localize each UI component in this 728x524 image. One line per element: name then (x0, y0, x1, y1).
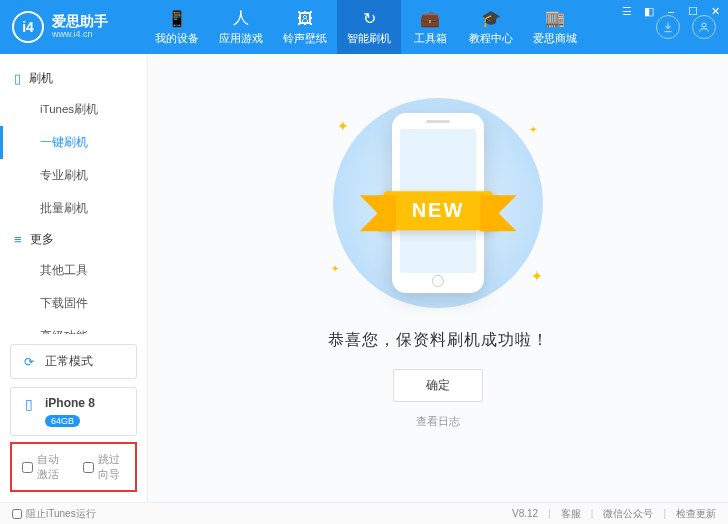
topnav-toolbox[interactable]: 💼工具箱 (401, 0, 459, 54)
success-illustration: ✦ ✦ ✦ ✦ NEW (323, 98, 553, 308)
phone-icon: ▯ (21, 396, 37, 412)
phone-icon: ▯ (14, 71, 21, 86)
topnav-games[interactable]: 人应用游戏 (209, 0, 273, 54)
toolbox-icon: 💼 (420, 9, 440, 29)
download-button[interactable] (656, 15, 680, 39)
device-box[interactable]: ▯ iPhone 8 64GB (10, 387, 137, 436)
sidebar-item-itunes[interactable]: iTunes刷机 (0, 93, 147, 126)
mode-box[interactable]: ⟳正常模式 (10, 344, 137, 379)
footer: 阻止iTunes运行 V8.12 | 客服 | 微信公众号 | 检查更新 (0, 502, 728, 524)
maximize-button[interactable]: ☐ (686, 4, 700, 18)
topnav-devices[interactable]: 📱我的设备 (145, 0, 209, 54)
app-header: i4 爱思助手 www.i4.cn 📱我的设备 人应用游戏 🖼铃声壁纸 ↻智能刷… (0, 0, 728, 54)
logo-icon: i4 (12, 11, 44, 43)
topnav-flash[interactable]: ↻智能刷机 (337, 0, 401, 54)
app-url: www.i4.cn (52, 30, 108, 40)
settings-icon[interactable]: ☰ (620, 4, 634, 18)
sidebar-group-more: ≡更多 (0, 225, 147, 254)
topnav: 📱我的设备 人应用游戏 🖼铃声壁纸 ↻智能刷机 💼工具箱 🎓教程中心 🏬爱思商城 (145, 0, 656, 54)
sidebar-item-batch[interactable]: 批量刷机 (0, 192, 147, 225)
star-icon: ✦ (531, 268, 543, 284)
image-icon: 🖼 (295, 9, 315, 29)
check-update-link[interactable]: 检查更新 (676, 507, 716, 521)
sync-icon: ⟳ (21, 354, 37, 370)
support-link[interactable]: 客服 (561, 507, 581, 521)
view-log-link[interactable]: 查看日志 (416, 414, 460, 429)
list-icon: ≡ (14, 232, 22, 247)
sidebar-item-pro[interactable]: 专业刷机 (0, 159, 147, 192)
app-title: 爱思助手 (52, 14, 108, 29)
refresh-icon: ↻ (359, 9, 379, 29)
topnav-tutorial[interactable]: 🎓教程中心 (459, 0, 523, 54)
star-icon: ✦ (529, 124, 537, 135)
tutorial-icon: 🎓 (481, 9, 501, 29)
sidebar-item-download[interactable]: 下载固件 (0, 287, 147, 320)
topnav-mall[interactable]: 🏬爱思商城 (523, 0, 587, 54)
star-icon: ✦ (337, 118, 349, 134)
sidebar: ▯刷机 iTunes刷机 一键刷机 专业刷机 批量刷机 ≡更多 其他工具 下载固… (0, 54, 148, 502)
mall-icon: 🏬 (545, 9, 565, 29)
storage-badge: 64GB (45, 415, 80, 427)
block-itunes-checkbox[interactable]: 阻止iTunes运行 (12, 507, 96, 521)
sidebar-item-other[interactable]: 其他工具 (0, 254, 147, 287)
sidebar-group-flash: ▯刷机 (0, 64, 147, 93)
skin-icon[interactable]: ◧ (642, 4, 656, 18)
logo-area: i4 爱思助手 www.i4.cn (0, 11, 145, 43)
sidebar-item-advanced[interactable]: 高级功能 (0, 320, 147, 334)
skip-wizard-checkbox[interactable]: 跳过向导 (83, 452, 126, 482)
success-message: 恭喜您，保资料刷机成功啦！ (328, 330, 549, 351)
svg-point-0 (702, 23, 706, 27)
close-button[interactable]: ✕ (708, 4, 722, 18)
auto-activate-checkbox[interactable]: 自动激活 (22, 452, 65, 482)
wechat-link[interactable]: 微信公众号 (603, 507, 653, 521)
topnav-wallpaper[interactable]: 🖼铃声壁纸 (273, 0, 337, 54)
new-ribbon: NEW (384, 191, 493, 230)
activation-options: 自动激活 跳过向导 (10, 442, 137, 492)
minimize-button[interactable]: – (664, 4, 678, 18)
user-button[interactable] (692, 15, 716, 39)
content-area: ✦ ✦ ✦ ✦ NEW 恭喜您，保资料刷机成功啦！ 确定 查看日志 (148, 54, 728, 502)
device-name: iPhone 8 (45, 396, 95, 410)
apps-icon: 人 (231, 9, 251, 29)
phone-icon: 📱 (167, 9, 187, 29)
ok-button[interactable]: 确定 (393, 369, 483, 402)
version-label: V8.12 (512, 508, 538, 519)
sidebar-item-oneclick[interactable]: 一键刷机 (0, 126, 147, 159)
star-icon: ✦ (331, 263, 339, 274)
